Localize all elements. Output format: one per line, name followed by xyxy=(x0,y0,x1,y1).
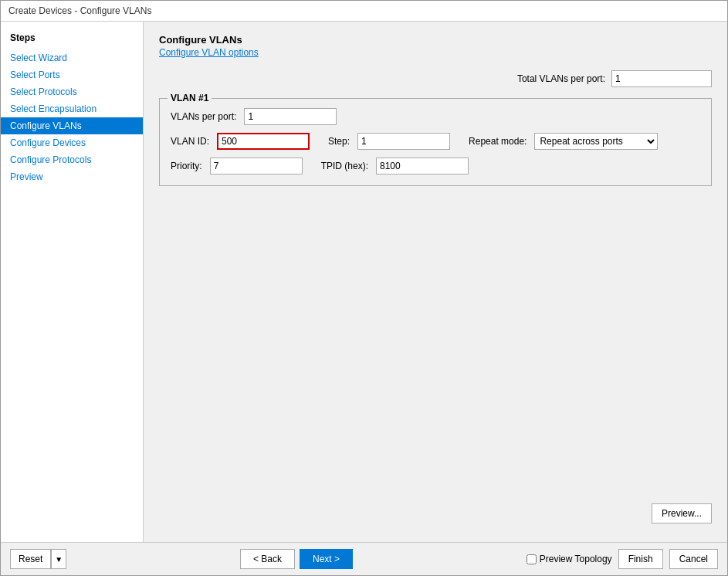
bottom-right: Preview Topology Finish Cancel xyxy=(527,549,718,569)
preview-button[interactable]: Preview... xyxy=(652,503,712,523)
total-vlans-label: Total VLANs per port: xyxy=(517,73,605,84)
vlan-group-legend: VLAN #1 xyxy=(168,93,212,103)
reset-button[interactable]: Reset xyxy=(10,549,51,569)
bottom-center: < Back Next > xyxy=(240,549,353,569)
reset-dropdown-arrow[interactable]: ▼ xyxy=(51,549,66,569)
vlan-id-row: VLAN ID: Step: Repeat mode: Repeat acros… xyxy=(171,133,700,150)
title-bar: Create Devices - Configure VLANs xyxy=(1,1,727,22)
tpid-label: TPID (hex): xyxy=(321,161,368,171)
vlan-id-input[interactable] xyxy=(217,133,310,150)
chevron-down-icon: ▼ xyxy=(55,555,63,564)
window-title: Create Devices - Configure VLANs xyxy=(8,5,151,16)
preview-topology-label[interactable]: Preview Topology xyxy=(527,554,612,564)
tpid-input[interactable] xyxy=(376,158,469,174)
total-vlans-input[interactable] xyxy=(611,70,712,87)
sidebar-item-select-protocols[interactable]: Select Protocols xyxy=(1,83,143,100)
total-vlans-row: Total VLANs per port: xyxy=(159,70,712,87)
window: Create Devices - Configure VLANs Steps S… xyxy=(0,0,728,576)
cancel-button[interactable]: Cancel xyxy=(669,549,718,569)
content-area: Steps Select Wizard Select Ports Select … xyxy=(1,22,727,542)
vlans-per-port-input[interactable] xyxy=(244,108,337,125)
vlans-per-port-label: VLANs per port: xyxy=(171,111,236,122)
vlan-group: VLAN #1 VLANs per port: VLAN ID: Step: R… xyxy=(159,98,712,186)
repeat-mode-label: Repeat mode: xyxy=(469,136,527,147)
spacer xyxy=(159,194,712,503)
step-label: Step: xyxy=(328,136,350,147)
sidebar-title: Steps xyxy=(1,29,143,49)
back-button[interactable]: < Back xyxy=(240,549,295,569)
vlans-per-port-row: VLANs per port: xyxy=(171,108,700,125)
preview-button-row: Preview... xyxy=(159,503,712,523)
sidebar-item-select-wizard[interactable]: Select Wizard xyxy=(1,49,143,66)
main-content-wrapper: Configure VLANs Configure VLAN options T… xyxy=(159,34,712,530)
finish-button[interactable]: Finish xyxy=(618,549,663,569)
priority-label: Priority: xyxy=(171,161,202,171)
main-panel: Configure VLANs Configure VLAN options T… xyxy=(144,22,727,542)
preview-topology-checkbox[interactable] xyxy=(527,554,537,564)
next-button[interactable]: Next > xyxy=(300,549,353,569)
repeat-mode-select[interactable]: Repeat across ports Repeat across E xyxy=(534,133,658,150)
priority-input[interactable] xyxy=(210,158,303,174)
sidebar-item-configure-vlans[interactable]: Configure VLANs xyxy=(1,117,143,134)
panel-title: Configure VLANs xyxy=(159,34,712,46)
sidebar-item-preview[interactable]: Preview xyxy=(1,168,143,185)
panel-subtitle[interactable]: Configure VLAN options xyxy=(159,47,712,58)
sidebar: Steps Select Wizard Select Ports Select … xyxy=(1,22,144,542)
bottom-bar: Reset ▼ < Back Next > Preview Topology F… xyxy=(1,542,727,575)
sidebar-item-select-ports[interactable]: Select Ports xyxy=(1,66,143,83)
step-input[interactable] xyxy=(357,133,450,150)
sidebar-item-select-encapsulation[interactable]: Select Encapsulation xyxy=(1,100,143,117)
priority-row: Priority: TPID (hex): xyxy=(171,158,700,174)
vlan-id-label: VLAN ID: xyxy=(171,136,209,147)
sidebar-item-configure-devices[interactable]: Configure Devices xyxy=(1,134,143,151)
sidebar-item-configure-protocols[interactable]: Configure Protocols xyxy=(1,151,143,168)
bottom-left: Reset ▼ xyxy=(10,549,66,569)
